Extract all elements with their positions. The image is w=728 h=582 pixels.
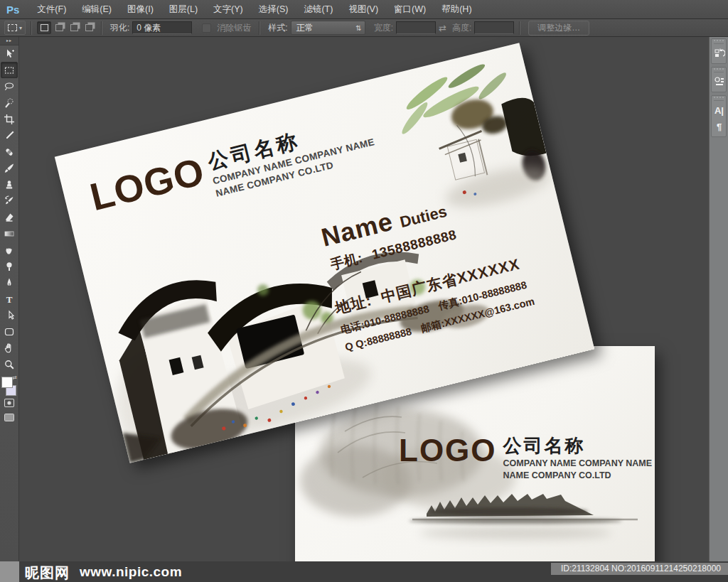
quick-selection-icon	[4, 97, 15, 109]
dock-grip[interactable]	[714, 68, 724, 72]
hand-tool[interactable]	[1, 340, 18, 356]
menu-layer[interactable]: 图层(L)	[161, 0, 205, 18]
menu-file[interactable]: 文件(F)	[29, 0, 74, 18]
dodge-tool[interactable]	[1, 258, 18, 274]
quick-mask-icon	[4, 398, 15, 408]
foreground-color-swatch[interactable]	[1, 377, 13, 388]
menu-bar: Ps 文件(F) 编辑(E) 图像(I) 图层(L) 文字(Y) 选择(S) 滤…	[0, 0, 728, 19]
menu-help[interactable]: 帮助(H)	[434, 0, 479, 18]
image-id-text: ID:21132804 NO:20160911214250218000	[551, 563, 728, 575]
dock-grip[interactable]	[714, 97, 724, 101]
dodge-icon	[4, 261, 15, 272]
type-tool[interactable]: T	[1, 291, 18, 307]
selection-mode-new[interactable]	[37, 21, 51, 34]
menu-filter[interactable]: 滤镜(T)	[296, 0, 341, 18]
dock-group-history	[711, 38, 727, 64]
rounded-rect-icon	[4, 326, 15, 338]
options-bar: ▾ 羽化: 消除锯齿 样式: 正常 ⇅ 宽度: ⇄ 高度: 调整边缘…	[0, 19, 728, 37]
smudge-tool[interactable]	[1, 242, 18, 258]
pen-tool[interactable]	[1, 274, 18, 291]
spot-healing-brush-tool[interactable]	[1, 144, 18, 160]
dock-group-type: A| ¶	[711, 95, 727, 137]
history-panel-icon	[714, 48, 725, 59]
crop-tool[interactable]	[1, 111, 18, 127]
back-company-name-en2: NAME COMPANY CO.LTD	[503, 470, 653, 481]
back-company-name-cn: 公司名称	[503, 436, 653, 456]
tool-preset-picker[interactable]: ▾	[4, 21, 26, 35]
workspace: ▸▸ T ⇄	[0, 37, 728, 561]
back-logo-block: LOGO 公司名称 COMPANY NAME COMPANY NAME NAME…	[399, 436, 652, 481]
back-logo-text: LOGO	[399, 436, 497, 465]
eyedropper-icon	[4, 130, 15, 141]
spinner-icon: ⇅	[355, 24, 361, 32]
height-input[interactable]	[474, 21, 514, 34]
refine-edge-button[interactable]: 调整边缘…	[528, 21, 589, 36]
back-company-name-en1: COMPANY NAME COMPANY NAME	[503, 458, 653, 469]
photoshop-logo-icon: Ps	[6, 4, 19, 16]
eraser-tool[interactable]	[1, 209, 18, 225]
nipic-url: www.nipic.com	[80, 564, 182, 580]
clone-stamp-tool[interactable]	[1, 176, 18, 193]
type-icon: T	[4, 293, 15, 305]
bandage-icon	[4, 146, 15, 158]
menu-view[interactable]: 视图(V)	[341, 0, 386, 18]
character-panel-button[interactable]: A|	[712, 102, 727, 118]
smudge-icon	[4, 244, 15, 256]
menu-edit[interactable]: 编辑(E)	[74, 0, 119, 18]
move-icon	[4, 48, 15, 60]
marquee-icon	[4, 65, 15, 76]
swap-colors-icon[interactable]: ⇄	[12, 374, 17, 381]
marquee-icon	[8, 24, 17, 31]
canvas[interactable]: LOGO 公司名称 COMPANY NAME COMPANY NAME NAME…	[19, 37, 709, 561]
brush-icon	[4, 163, 15, 174]
path-selection-tool[interactable]	[1, 307, 18, 323]
character-panel-icon: A|	[714, 105, 724, 116]
selection-mode-intersect[interactable]	[82, 21, 96, 34]
feather-input[interactable]	[132, 21, 192, 34]
eraser-icon	[4, 212, 15, 223]
quick-selection-tool[interactable]	[1, 95, 18, 111]
svg-text:T: T	[6, 293, 13, 304]
adjustments-panel-button[interactable]	[712, 74, 727, 90]
gradient-tool[interactable]	[1, 225, 18, 242]
width-label: 宽度:	[374, 22, 393, 34]
toolbar-collapse-icon[interactable]: ▸▸	[0, 37, 18, 45]
style-label: 样式:	[268, 22, 287, 34]
quick-mask-button[interactable]	[1, 396, 18, 410]
selection-mode-subtract[interactable]	[67, 21, 81, 34]
brush-tool[interactable]	[1, 160, 18, 176]
swap-dimensions-icon[interactable]: ⇄	[439, 23, 446, 33]
move-tool[interactable]	[1, 45, 18, 62]
width-input[interactable]	[396, 21, 436, 34]
history-panel-button[interactable]	[712, 45, 727, 61]
menu-type[interactable]: 文字(Y)	[205, 0, 251, 18]
shape-tool[interactable]	[1, 323, 18, 340]
gradient-icon	[4, 228, 15, 239]
paragraph-panel-button[interactable]: ¶	[712, 119, 727, 134]
style-value: 正常	[296, 22, 314, 34]
menu-select[interactable]: 选择(S)	[251, 0, 296, 18]
menu-window[interactable]: 窗口(W)	[386, 0, 434, 18]
tools-panel: ▸▸ T ⇄	[0, 37, 19, 561]
lasso-tool[interactable]	[1, 78, 18, 95]
history-brush-icon	[4, 195, 15, 207]
selection-mode-add[interactable]	[52, 21, 66, 34]
subtract-selection-icon	[70, 24, 78, 31]
crop-icon	[4, 114, 15, 125]
nipic-logo: 昵图网	[25, 564, 70, 582]
paragraph-panel-icon: ¶	[717, 122, 722, 132]
photoshop-window: Ps 文件(F) 编辑(E) 图像(I) 图层(L) 文字(Y) 选择(S) 滤…	[0, 0, 728, 582]
screen-mode-button[interactable]	[1, 410, 18, 424]
eyedropper-tool[interactable]	[1, 127, 18, 144]
style-dropdown[interactable]: 正常 ⇅	[291, 21, 365, 35]
menu-image[interactable]: 图像(I)	[119, 0, 161, 18]
selection-mode-buttons	[37, 21, 96, 34]
antialias-checkbox[interactable]	[202, 23, 211, 33]
dock-grip[interactable]	[714, 40, 724, 44]
antialias-label: 消除锯齿	[217, 22, 251, 34]
dropdown-arrow-icon: ▾	[19, 25, 22, 31]
watermark-bar: 昵图网 www.nipic.com ID:21132804 NO:2016091…	[0, 561, 728, 582]
history-brush-tool[interactable]	[1, 193, 18, 209]
zoom-tool[interactable]	[1, 356, 18, 372]
rectangular-marquee-tool[interactable]	[1, 62, 18, 78]
